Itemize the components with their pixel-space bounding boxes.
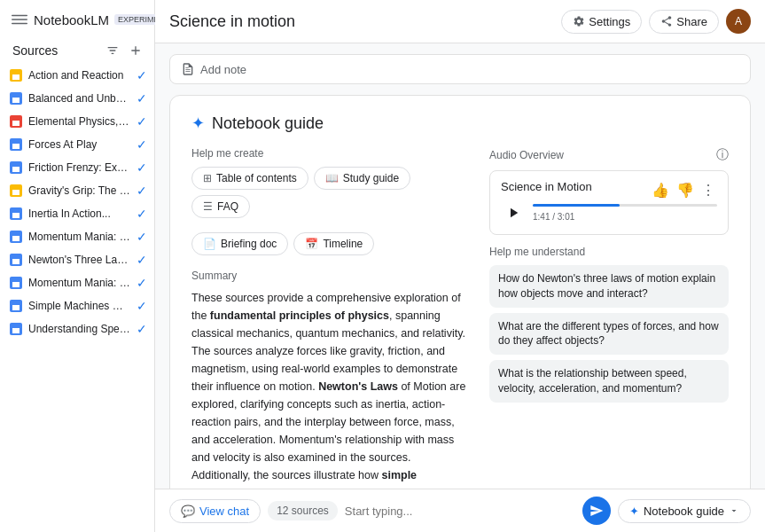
notebook-guide-title: Notebook guide xyxy=(212,114,324,133)
list-item[interactable]: Action and Reaction ✓ xyxy=(0,64,154,87)
app-title: NotebookLM xyxy=(34,12,109,27)
audio-overview-title: Audio Overview xyxy=(489,149,564,161)
send-button[interactable] xyxy=(582,497,611,525)
source-doc-icon xyxy=(9,91,23,106)
faq-label: FAQ xyxy=(217,200,238,213)
list-item[interactable]: Balanced and Unbalance... ✓ xyxy=(0,87,154,110)
share-button[interactable]: Share xyxy=(649,10,719,34)
more-options-icon[interactable]: ⋮ xyxy=(699,180,717,200)
help-chip-1[interactable]: How do Newton's three laws of motion exp… xyxy=(489,265,729,308)
list-item[interactable]: Simple Machines Make... ✓ xyxy=(0,294,154,317)
timeline-button[interactable]: 📅 Timeline xyxy=(293,232,374,255)
card-right: Audio Overview ⓘ Science in Motion 👍 👎 ⋮ xyxy=(489,147,729,489)
list-item[interactable]: Momentum Mania: Inves... ✓ xyxy=(0,271,154,294)
view-chat-button[interactable]: 💬 View chat xyxy=(169,499,261,523)
notebook-guide-card: ✦ Notebook guide Help me create ⊞ Table … xyxy=(169,95,751,489)
help-understand-section: Help me understand How do Newton's three… xyxy=(489,246,729,403)
source-doc-icon xyxy=(9,299,23,313)
sources-header: Sources xyxy=(0,35,154,64)
faq-button[interactable]: ☰ FAQ xyxy=(191,195,250,218)
timeline-label: Timeline xyxy=(323,238,363,250)
source-label: Forces At Play xyxy=(28,138,131,151)
view-chat-label: View chat xyxy=(199,505,249,518)
share-label: Share xyxy=(676,15,707,28)
check-icon: ✓ xyxy=(137,114,147,129)
check-icon: ✓ xyxy=(137,322,147,336)
list-item[interactable]: Forces At Play ✓ xyxy=(0,133,154,156)
check-icon: ✓ xyxy=(137,137,147,152)
source-label: Gravity's Grip: The Force... xyxy=(28,184,131,197)
table-of-contents-label: Table of contents xyxy=(216,172,297,184)
check-icon: ✓ xyxy=(137,253,147,267)
summary-title: Summary xyxy=(191,270,468,282)
sidebar: NotebookLM EXPERIMENTAL Sources Action a… xyxy=(0,0,155,532)
help-chip-2[interactable]: What are the different types of forces, … xyxy=(489,313,729,356)
svg-rect-0 xyxy=(12,15,27,17)
add-note-label: Add note xyxy=(200,63,246,76)
add-source-icon[interactable] xyxy=(126,41,145,60)
sparkle-icon: ✦ xyxy=(191,113,205,133)
list-item[interactable]: Gravity's Grip: The Force... ✓ xyxy=(0,179,154,202)
help-create-label: Help me create xyxy=(191,147,468,160)
notebook-guide-bottom-button[interactable]: ✦ Notebook guide xyxy=(618,499,751,523)
action-buttons: ⊞ Table of contents 📖 Study guide ☰ FAQ xyxy=(191,167,468,218)
list-item[interactable]: Friction Frenzy: Explorin... ✓ xyxy=(0,156,154,179)
avatar[interactable]: A xyxy=(726,9,751,34)
info-icon[interactable]: ⓘ xyxy=(716,147,729,163)
progress-area[interactable]: 1:41 / 3:01 xyxy=(533,204,717,223)
action-buttons-row2: 📄 Briefing doc 📅 Timeline xyxy=(191,232,468,255)
thumbs-up-icon[interactable]: 👍 xyxy=(650,180,671,200)
bottom-bar: 💬 View chat 12 sources ✦ Notebook guide xyxy=(155,489,765,532)
card-left: Help me create ⊞ Table of contents 📖 Stu… xyxy=(191,147,468,489)
source-doc-icon xyxy=(9,253,23,267)
book-icon: 📖 xyxy=(325,172,339,184)
source-label: Friction Frenzy: Explorin... xyxy=(28,161,131,174)
sources-actions xyxy=(103,41,145,60)
play-button[interactable] xyxy=(501,200,526,225)
source-label: Elemental Physics, Third... xyxy=(28,115,131,128)
page-title: Science in motion xyxy=(169,12,295,31)
list-item[interactable]: Newton's Three Laws... ✓ xyxy=(0,248,154,271)
list-item[interactable]: Inertia In Action... ✓ xyxy=(0,202,154,225)
svg-rect-2 xyxy=(12,23,27,25)
audio-actions: 👍 👎 ⋮ xyxy=(650,180,717,200)
source-label: Newton's Three Laws... xyxy=(28,254,131,266)
time-display: 1:41 / 3:01 xyxy=(533,212,574,222)
menu-icon[interactable] xyxy=(9,9,30,30)
header-actions: Settings Share A xyxy=(561,9,751,34)
source-doc-icon xyxy=(9,230,23,244)
chat-input[interactable] xyxy=(345,505,575,518)
briefing-doc-label: Briefing doc xyxy=(221,238,277,250)
list-item[interactable]: Understanding Speed, Ve... ✓ xyxy=(0,317,154,340)
progress-fill xyxy=(533,204,620,207)
filter-icon[interactable] xyxy=(103,41,122,60)
thumbs-down-icon[interactable]: 👎 xyxy=(675,180,696,200)
source-doc-icon xyxy=(9,160,23,175)
list-item[interactable]: Elemental Physics, Third... ✓ xyxy=(0,110,154,133)
timeline-icon: 📅 xyxy=(305,238,318,250)
settings-button[interactable]: Settings xyxy=(561,10,642,34)
briefing-doc-button[interactable]: 📄 Briefing doc xyxy=(191,232,288,255)
source-doc-icon xyxy=(9,322,23,336)
help-understand-label: Help me understand xyxy=(489,246,729,258)
svg-rect-1 xyxy=(12,19,27,20)
main-content: Science in motion Settings Share A Add n… xyxy=(155,0,765,532)
check-icon: ✓ xyxy=(137,230,147,244)
progress-bar xyxy=(533,204,717,207)
source-label: Momentum Mania: Inves... xyxy=(28,277,131,289)
source-label: Inertia In Action... xyxy=(28,207,131,220)
sources-title: Sources xyxy=(12,43,58,58)
add-note-button[interactable]: Add note xyxy=(169,54,751,84)
help-chip-3[interactable]: What is the relationship between speed, … xyxy=(489,360,729,403)
table-of-contents-button[interactable]: ⊞ Table of contents xyxy=(191,167,308,190)
main-header: Science in motion Settings Share A xyxy=(155,0,765,43)
check-icon: ✓ xyxy=(137,299,147,313)
settings-label: Settings xyxy=(589,15,630,28)
list-item[interactable]: Momentum Mania: Inves... ✓ xyxy=(0,225,154,248)
study-guide-button[interactable]: 📖 Study guide xyxy=(314,167,410,190)
doc-icon: 📄 xyxy=(203,238,216,250)
check-icon: ✓ xyxy=(137,68,147,82)
grid-icon: ⊞ xyxy=(203,172,212,184)
source-doc-icon xyxy=(9,114,23,129)
check-icon: ✓ xyxy=(137,160,147,175)
